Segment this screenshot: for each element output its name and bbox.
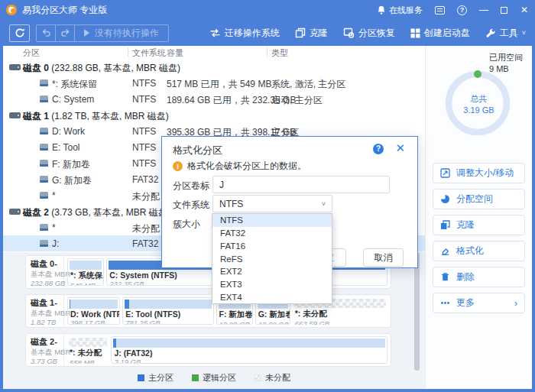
option-fat32[interactable]: FAT32	[212, 227, 332, 240]
partition-icon	[40, 192, 48, 199]
table-row-disk1[interactable]: 磁盘 1 (1.82 TB, 基本盘, MBR 磁盘)	[3, 107, 425, 123]
partition-icon	[40, 160, 48, 167]
allocate-space-button[interactable]: 分配空间	[433, 189, 525, 209]
map-partition-d-work[interactable]: D: Work (NTFS) 398.17 GB	[67, 297, 120, 325]
table-header: 分区 文件系统 容量 类型	[3, 46, 425, 59]
refresh-button[interactable]	[9, 24, 30, 42]
close-button[interactable]: ✕	[520, 5, 529, 15]
logical-swatch	[192, 374, 199, 381]
disk-name: 磁盘 1-	[31, 298, 62, 309]
disk-map-disk2[interactable]: 磁盘 2- 基本盘 MBR 3.73 GB *: 未分配 558 MB J: (…	[25, 333, 391, 367]
filesystem-dropdown: NTFS FAT32 FAT16 ReFS EXT2 EXT3 EXT4	[212, 213, 332, 304]
clone-icon	[295, 28, 306, 38]
refresh-icon	[15, 28, 25, 38]
dialog-help-icon[interactable]: ?	[373, 144, 384, 154]
option-ext3[interactable]: EXT3	[212, 278, 332, 291]
eraser-icon	[440, 246, 450, 256]
recovery-icon	[343, 28, 355, 38]
clone-button[interactable]: 克隆	[295, 27, 328, 40]
cancel-button[interactable]: 取消	[363, 248, 404, 267]
app-title: 易我分区大师 专业版	[22, 4, 107, 17]
legend: 主分区 逻辑分区 未分配	[3, 372, 425, 384]
wrench-icon	[485, 28, 496, 38]
create-bootable-disk-button[interactable]: 创建启动盘	[410, 27, 470, 40]
pie-icon	[440, 194, 450, 204]
pending-operations-button[interactable]: 没有待执行操作	[75, 25, 168, 41]
format-button[interactable]: 格式化	[433, 241, 525, 261]
option-fat16[interactable]: FAT16	[212, 239, 332, 252]
partition-icon	[40, 128, 48, 134]
clone-icon	[440, 220, 450, 230]
volume-label-label: 分区卷标	[173, 180, 209, 193]
dialog-title: 格式化分区	[173, 144, 222, 157]
column-filesystem: 文件系统	[132, 47, 166, 59]
history-group: 没有待执行操作	[36, 24, 169, 42]
chevron-down-icon: ˅	[322, 200, 326, 208]
play-icon	[84, 29, 89, 37]
option-ntfs[interactable]: NTFS	[212, 214, 332, 227]
chevron-right-icon: ›	[514, 298, 517, 309]
map-partition-system-reserved[interactable]: *: 系统保... 549 MB	[67, 258, 104, 286]
option-ext4[interactable]: EXT4	[212, 290, 332, 303]
column-capacity: 容量	[167, 47, 183, 59]
trash-icon	[440, 272, 450, 282]
partition-icon	[40, 224, 48, 231]
migrate-icon	[209, 28, 221, 37]
disk-icon	[9, 209, 21, 215]
option-ext2[interactable]: EXT2	[212, 265, 332, 278]
map-unallocated-disk2[interactable]: *: 未分配 558 MB	[67, 336, 109, 364]
column-partition: 分区	[23, 47, 40, 59]
resize-move-button[interactable]: 调整大小/移动	[433, 163, 525, 183]
partition-icon	[40, 79, 48, 86]
partition-icon	[40, 96, 48, 102]
warning-icon: !	[173, 161, 183, 171]
table-row-disk0[interactable]: 磁盘 0 (232.88 GB, 基本盘, MBR 磁盘)	[3, 59, 425, 75]
maximize-button[interactable]	[501, 7, 507, 14]
boot-disk-icon	[410, 28, 420, 38]
table-row-c-system[interactable]: C: System NTFS 189.64 GB 已用，共 232.35 GB …	[3, 91, 425, 107]
legend-primary: 主分区	[138, 372, 173, 384]
help-icon[interactable]: ?	[457, 5, 467, 15]
cluster-size-label: 簇大小	[173, 218, 200, 231]
chevron-down-icon: ˅	[522, 29, 526, 37]
unallocated-swatch	[255, 374, 261, 381]
option-refs[interactable]: ReFS	[212, 252, 332, 265]
resize-icon	[440, 168, 450, 178]
right-sidebar: 已用空间 9 MB 总共 3.19 GB 调整大小/移动 分配空间 克隆	[425, 46, 532, 389]
migrate-os-button[interactable]: 迁移操作系统	[209, 27, 280, 40]
online-service-button[interactable]: 在线服务	[377, 5, 423, 16]
clone-partition-button[interactable]: 克隆	[433, 215, 525, 235]
donut-center-label: 总共 3.19 GB	[426, 93, 532, 116]
table-row-system-reserved[interactable]: *: 系统保留 NTFS 517 MB 已用，共 549 MB 系统, 激活, …	[3, 75, 425, 91]
legend-logical: 逻辑分区	[192, 372, 236, 384]
disk-map-disk1[interactable]: 磁盘 1- 基本盘 MBR 1.82 TB D: Work (NTFS) 398…	[25, 294, 391, 328]
partition-icon	[40, 176, 48, 183]
partition-recovery-button[interactable]: 分区恢复	[343, 27, 395, 40]
redo-icon	[60, 28, 70, 37]
dialog-close-icon[interactable]: ✕	[395, 142, 405, 154]
disk-icon	[9, 64, 21, 70]
primary-swatch	[138, 374, 144, 381]
vertical-scrollbar[interactable]	[414, 252, 420, 371]
redo-button[interactable]	[56, 25, 75, 41]
tools-button[interactable]: 工具 ˅	[485, 27, 526, 40]
action-buttons: 调整大小/移动 分配空间 克隆 格式化 删除 更多 ›	[433, 163, 525, 319]
filesystem-label: 文件系统	[173, 199, 209, 212]
undo-button[interactable]	[37, 25, 56, 41]
legend-unallocated: 未分配	[255, 372, 290, 384]
minimize-button[interactable]: —	[479, 5, 488, 15]
map-partition-e-tool[interactable]: E: Tool (NTFS) 781.25 GB	[122, 297, 213, 325]
undo-icon	[41, 28, 51, 37]
volume-label-input[interactable]	[212, 176, 390, 193]
more-button[interactable]: 更多 ›	[433, 293, 525, 313]
map-partition-j[interactable]: J: (FAT32) 3.19 GB	[111, 336, 387, 364]
filesystem-select[interactable]: NTFS ˅	[212, 195, 332, 212]
dialog-warning: ! 格式化会破坏分区上的数据。	[173, 160, 306, 173]
disk-name: 磁盘 0-	[31, 259, 62, 270]
partition-icon	[40, 240, 48, 247]
partition-icon	[40, 144, 48, 151]
delete-button[interactable]: 删除	[433, 267, 525, 287]
menu-grid-icon[interactable]	[435, 6, 445, 15]
disk-name: 磁盘 2-	[31, 337, 62, 348]
toolbar: 没有待执行操作 迁移操作系统 克隆 分区恢复 创建启动盘 工具 ˅	[0, 20, 535, 46]
